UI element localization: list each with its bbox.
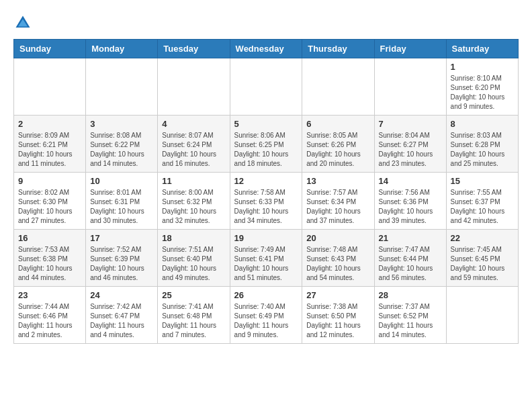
calendar-week-row: 16Sunrise: 7:53 AM Sunset: 6:38 PM Dayli… [14, 230, 519, 287]
calendar-header-tuesday: Tuesday [158, 40, 230, 58]
calendar-cell: 19Sunrise: 7:49 AM Sunset: 6:41 PM Dayli… [230, 230, 302, 287]
day-number: 2 [18, 119, 81, 129]
day-info: Sunrise: 7:56 AM Sunset: 6:36 PM Dayligh… [379, 188, 442, 226]
calendar-cell: 2Sunrise: 8:09 AM Sunset: 6:21 PM Daylig… [14, 116, 86, 173]
calendar-cell: 13Sunrise: 7:57 AM Sunset: 6:34 PM Dayli… [302, 173, 374, 230]
day-info: Sunrise: 7:48 AM Sunset: 6:43 PM Dayligh… [306, 245, 369, 283]
day-info: Sunrise: 7:47 AM Sunset: 6:44 PM Dayligh… [379, 245, 442, 283]
calendar-week-row: 2Sunrise: 8:09 AM Sunset: 6:21 PM Daylig… [14, 116, 519, 173]
day-number: 15 [451, 176, 514, 186]
day-number: 1 [451, 62, 514, 72]
calendar-cell: 14Sunrise: 7:56 AM Sunset: 6:36 PM Dayli… [374, 173, 446, 230]
calendar-cell: 5Sunrise: 8:06 AM Sunset: 6:25 PM Daylig… [230, 116, 302, 173]
day-info: Sunrise: 8:08 AM Sunset: 6:22 PM Dayligh… [90, 131, 153, 169]
day-number: 27 [306, 290, 369, 300]
calendar-cell: 17Sunrise: 7:52 AM Sunset: 6:39 PM Dayli… [86, 230, 158, 287]
day-number: 3 [90, 119, 153, 129]
day-info: Sunrise: 8:10 AM Sunset: 6:20 PM Dayligh… [451, 74, 514, 111]
day-info: Sunrise: 7:51 AM Sunset: 6:40 PM Dayligh… [162, 245, 225, 283]
logo-icon [13, 13, 32, 32]
day-info: Sunrise: 7:57 AM Sunset: 6:34 PM Dayligh… [306, 188, 369, 226]
day-number: 10 [90, 176, 153, 186]
day-number: 8 [451, 119, 514, 129]
day-number: 13 [306, 176, 369, 186]
calendar-cell: 20Sunrise: 7:48 AM Sunset: 6:43 PM Dayli… [302, 230, 374, 287]
day-number: 14 [379, 176, 442, 186]
day-info: Sunrise: 7:49 AM Sunset: 6:41 PM Dayligh… [234, 245, 298, 283]
day-info: Sunrise: 7:38 AM Sunset: 6:50 PM Dayligh… [306, 302, 369, 340]
calendar-cell: 21Sunrise: 7:47 AM Sunset: 6:44 PM Dayli… [374, 230, 446, 287]
day-info: Sunrise: 8:06 AM Sunset: 6:25 PM Dayligh… [234, 131, 298, 169]
day-info: Sunrise: 7:40 AM Sunset: 6:49 PM Dayligh… [234, 302, 298, 340]
calendar-cell [158, 58, 230, 116]
calendar-cell: 9Sunrise: 8:02 AM Sunset: 6:30 PM Daylig… [14, 173, 86, 230]
day-number: 17 [90, 233, 153, 243]
day-number: 26 [234, 290, 298, 300]
calendar-cell: 25Sunrise: 7:41 AM Sunset: 6:48 PM Dayli… [158, 287, 230, 344]
calendar-cell: 22Sunrise: 7:45 AM Sunset: 6:45 PM Dayli… [446, 230, 518, 287]
day-info: Sunrise: 7:45 AM Sunset: 6:45 PM Dayligh… [451, 245, 514, 283]
calendar-header-wednesday: Wednesday [230, 40, 302, 58]
calendar-cell: 24Sunrise: 7:42 AM Sunset: 6:47 PM Dayli… [86, 287, 158, 344]
page-header [13, 13, 519, 32]
day-number: 19 [234, 233, 298, 243]
day-info: Sunrise: 7:53 AM Sunset: 6:38 PM Dayligh… [18, 245, 81, 283]
calendar-cell: 15Sunrise: 7:55 AM Sunset: 6:37 PM Dayli… [446, 173, 518, 230]
calendar-cell: 16Sunrise: 7:53 AM Sunset: 6:38 PM Dayli… [14, 230, 86, 287]
calendar-cell: 10Sunrise: 8:01 AM Sunset: 6:31 PM Dayli… [86, 173, 158, 230]
day-number: 23 [18, 290, 81, 300]
calendar: SundayMondayTuesdayWednesdayThursdayFrid… [13, 39, 519, 344]
calendar-header-saturday: Saturday [446, 40, 518, 58]
calendar-cell: 12Sunrise: 7:58 AM Sunset: 6:33 PM Dayli… [230, 173, 302, 230]
day-number: 24 [90, 290, 153, 300]
calendar-cell [14, 58, 86, 116]
day-number: 6 [306, 119, 369, 129]
calendar-cell: 1Sunrise: 8:10 AM Sunset: 6:20 PM Daylig… [446, 58, 518, 116]
calendar-cell: 18Sunrise: 7:51 AM Sunset: 6:40 PM Dayli… [158, 230, 230, 287]
day-info: Sunrise: 8:09 AM Sunset: 6:21 PM Dayligh… [18, 131, 81, 169]
day-number: 12 [234, 176, 298, 186]
calendar-cell [446, 287, 518, 344]
calendar-cell: 6Sunrise: 8:05 AM Sunset: 6:26 PM Daylig… [302, 116, 374, 173]
day-info: Sunrise: 7:42 AM Sunset: 6:47 PM Dayligh… [90, 302, 153, 340]
day-number: 21 [379, 233, 442, 243]
logo [13, 13, 35, 32]
day-number: 25 [162, 290, 225, 300]
calendar-cell: 27Sunrise: 7:38 AM Sunset: 6:50 PM Dayli… [302, 287, 374, 344]
calendar-cell: 11Sunrise: 8:00 AM Sunset: 6:32 PM Dayli… [158, 173, 230, 230]
calendar-header-friday: Friday [374, 40, 446, 58]
calendar-header-thursday: Thursday [302, 40, 374, 58]
calendar-cell [302, 58, 374, 116]
day-number: 4 [162, 119, 225, 129]
day-info: Sunrise: 8:02 AM Sunset: 6:30 PM Dayligh… [18, 188, 81, 226]
calendar-cell: 3Sunrise: 8:08 AM Sunset: 6:22 PM Daylig… [86, 116, 158, 173]
calendar-week-row: 1Sunrise: 8:10 AM Sunset: 6:20 PM Daylig… [14, 58, 519, 116]
calendar-cell [230, 58, 302, 116]
day-number: 18 [162, 233, 225, 243]
day-number: 9 [18, 176, 81, 186]
calendar-cell: 8Sunrise: 8:03 AM Sunset: 6:28 PM Daylig… [446, 116, 518, 173]
day-number: 11 [162, 176, 225, 186]
day-info: Sunrise: 8:07 AM Sunset: 6:24 PM Dayligh… [162, 131, 225, 169]
calendar-cell [374, 58, 446, 116]
day-number: 16 [18, 233, 81, 243]
calendar-cell: 7Sunrise: 8:04 AM Sunset: 6:27 PM Daylig… [374, 116, 446, 173]
calendar-header-row: SundayMondayTuesdayWednesdayThursdayFrid… [14, 40, 519, 58]
day-info: Sunrise: 7:44 AM Sunset: 6:46 PM Dayligh… [18, 302, 81, 340]
calendar-cell [86, 58, 158, 116]
day-number: 22 [451, 233, 514, 243]
day-info: Sunrise: 8:00 AM Sunset: 6:32 PM Dayligh… [162, 188, 225, 226]
day-info: Sunrise: 8:01 AM Sunset: 6:31 PM Dayligh… [90, 188, 153, 226]
day-info: Sunrise: 8:05 AM Sunset: 6:26 PM Dayligh… [306, 131, 369, 169]
calendar-week-row: 23Sunrise: 7:44 AM Sunset: 6:46 PM Dayli… [14, 287, 519, 344]
day-info: Sunrise: 7:58 AM Sunset: 6:33 PM Dayligh… [234, 188, 298, 226]
calendar-cell: 4Sunrise: 8:07 AM Sunset: 6:24 PM Daylig… [158, 116, 230, 173]
day-number: 20 [306, 233, 369, 243]
day-number: 5 [234, 119, 298, 129]
day-info: Sunrise: 7:52 AM Sunset: 6:39 PM Dayligh… [90, 245, 153, 283]
calendar-cell: 26Sunrise: 7:40 AM Sunset: 6:49 PM Dayli… [230, 287, 302, 344]
day-info: Sunrise: 7:37 AM Sunset: 6:52 PM Dayligh… [379, 302, 442, 340]
calendar-header-sunday: Sunday [14, 40, 86, 58]
day-info: Sunrise: 8:04 AM Sunset: 6:27 PM Dayligh… [379, 131, 442, 169]
day-number: 28 [379, 290, 442, 300]
